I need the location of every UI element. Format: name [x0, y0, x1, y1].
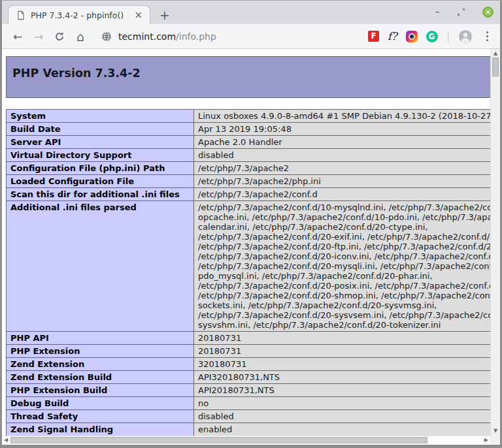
window-bottom-edge — [2, 445, 500, 448]
scroll-right-icon[interactable]: ▶ — [484, 436, 488, 444]
scroll-down-icon[interactable]: ▼ — [491, 428, 500, 434]
info-row: SystemLinux osboxes 4.9.0-8-amd64 #1 SMP… — [7, 110, 501, 123]
info-label: Configuration File (php.ini) Path — [7, 162, 194, 175]
tab-title: PHP 7.3.4-2 - phpinfo() — [31, 10, 127, 20]
info-label: Zend Extension — [7, 358, 194, 371]
info-label: Server API — [7, 136, 194, 149]
close-window-button[interactable]: × — [482, 7, 494, 18]
info-row: Zend Extension320180731 — [7, 358, 501, 371]
info-row: Debug Buildno — [7, 397, 501, 410]
info-label: Scan this dir for additional .ini files — [7, 188, 194, 201]
info-label: Virtual Directory Support — [7, 149, 194, 162]
info-row: Configuration File (php.ini) Path/etc/ph… — [7, 162, 501, 175]
info-row: PHP API20180731 — [7, 332, 501, 345]
restore-button[interactable] — [457, 8, 465, 16]
info-value: disabled — [194, 410, 501, 423]
page-favicon-icon — [16, 10, 25, 20]
info-row: Virtual Directory Supportdisabled — [7, 149, 501, 162]
grammarly-extension-icon[interactable]: G — [426, 31, 438, 42]
info-value: 20180731 — [194, 332, 501, 345]
phpinfo-page: PHP Version 7.3.4-2 SystemLinux osboxes … — [2, 49, 500, 444]
info-value: /etc/php/7.3/apache2/php.ini — [194, 175, 501, 188]
info-value: /etc/php/7.3/apache2/conf.d/10-mysqlnd.i… — [194, 201, 501, 332]
info-row: Build DateApr 13 2019 19:05:48 — [7, 123, 501, 136]
info-label: PHP Extension Build — [7, 384, 194, 397]
phpinfo-header: PHP Version 7.3.4-2 — [6, 56, 500, 98]
info-value: /etc/php/7.3/apache2 — [194, 162, 501, 175]
info-label: PHP API — [7, 332, 194, 345]
flipboard-extension-icon[interactable]: F — [368, 31, 379, 42]
url-domain: tecmint.com — [118, 31, 176, 42]
new-tab-button[interactable]: + — [159, 9, 170, 22]
info-label: Additional .ini files parsed — [7, 201, 194, 332]
info-value: Apr 13 2019 19:05:48 — [194, 123, 501, 136]
info-value: /etc/php/7.3/apache2/conf.d — [194, 188, 501, 201]
info-row: Additional .ini files parsed/etc/php/7.3… — [7, 201, 501, 332]
horizontal-scrollbar[interactable]: ◀ ▶ — [2, 436, 490, 444]
info-value: disabled — [194, 149, 501, 162]
info-value: 20180731 — [194, 345, 501, 358]
info-value: API320180731,NTS — [194, 371, 501, 384]
back-icon[interactable]: ← — [8, 27, 27, 46]
info-row: Thread Safetydisabled — [7, 410, 501, 423]
browser-toolbar: ← → ⌂ tecmint.com/info.php F f? G — [2, 24, 500, 49]
info-row: Scan this dir for additional .ini files/… — [7, 188, 501, 201]
scroll-up-icon[interactable]: ▲ — [491, 50, 500, 57]
home-icon[interactable]: ⌂ — [71, 27, 90, 46]
info-row: PHP Extension BuildAPI20180731,NTS — [7, 384, 501, 397]
scroll-left-icon[interactable]: ◀ — [4, 436, 8, 444]
info-value: 320180731 — [194, 358, 501, 371]
forward-icon[interactable]: → — [29, 27, 48, 46]
info-value: enabled — [194, 423, 501, 436]
page-viewport: PHP Version 7.3.4-2 SystemLinux osboxes … — [2, 49, 500, 444]
tab-close-icon[interactable]: × — [132, 10, 144, 20]
info-row: Loaded Configuration File/etc/php/7.3/ap… — [7, 175, 501, 188]
vertical-scrollbar-thumb[interactable] — [492, 57, 499, 76]
instagram-extension-icon[interactable] — [406, 31, 418, 42]
browser-window: PHP 7.3.4-2 - phpinfo() × + – × ← → ⌂ — [0, 0, 502, 448]
phpinfo-table: SystemLinux osboxes 4.9.0-8-amd64 #1 SMP… — [6, 109, 500, 444]
window-controls: – × — [435, 7, 494, 18]
info-value: Linux osboxes 4.9.0-8-amd64 #1 SMP Debia… — [194, 110, 501, 123]
info-label: Thread Safety — [7, 410, 194, 423]
info-label: Build Date — [7, 123, 194, 136]
info-row: PHP Extension20180731 — [7, 345, 501, 358]
info-row: Server APIApache 2.0 Handler — [7, 136, 501, 149]
info-label: System — [7, 110, 194, 123]
info-row: Zend Signal Handlingenabled — [7, 423, 501, 436]
reload-icon[interactable] — [50, 27, 69, 46]
info-label: Debug Build — [7, 397, 194, 410]
url-path: /info.php — [176, 31, 216, 42]
info-label: Loaded Configuration File — [7, 175, 194, 188]
browser-tab[interactable]: PHP 7.3.4-2 - phpinfo() × — [8, 5, 150, 24]
kebab-menu-icon[interactable] — [481, 31, 494, 42]
minimize-button[interactable]: – — [435, 7, 441, 17]
profile-avatar[interactable] — [458, 29, 473, 44]
vertical-scrollbar[interactable]: ▲ ▼ — [490, 49, 500, 436]
info-row: Zend Extension BuildAPI320180731,NTS — [7, 371, 501, 384]
extension-area: F f? G — [368, 29, 494, 44]
address-bar[interactable]: tecmint.com/info.php — [118, 31, 216, 42]
info-label: Zend Extension Build — [7, 371, 194, 384]
toolbar-separator — [448, 31, 448, 42]
info-value: API20180731,NTS — [194, 384, 501, 397]
info-label: PHP Extension — [7, 345, 194, 358]
info-label: Zend Signal Handling — [7, 423, 194, 436]
horizontal-scrollbar-thumb[interactable] — [10, 437, 427, 443]
page-title: PHP Version 7.3.4-2 — [12, 67, 500, 80]
globe-icon[interactable] — [101, 31, 112, 42]
scrollbar-corner — [490, 436, 500, 444]
info-value: Apache 2.0 Handler — [194, 136, 501, 149]
tab-strip: PHP 7.3.4-2 - phpinfo() × + – × — [2, 1, 500, 24]
font-finder-extension-icon[interactable]: f? — [388, 31, 397, 42]
info-value: no — [194, 397, 501, 410]
camera-lens-icon — [409, 33, 415, 40]
